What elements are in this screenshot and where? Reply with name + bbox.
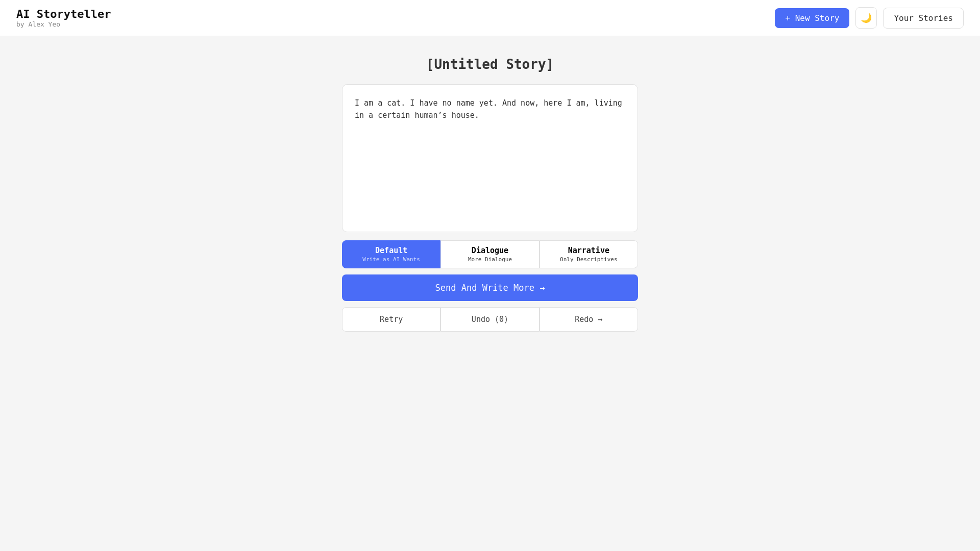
app-subtitle: by Alex Yeo bbox=[16, 20, 111, 28]
mode-narrative-title: Narrative bbox=[568, 246, 609, 255]
redo-label: Redo → bbox=[575, 315, 602, 324]
app-title: AI Storyteller bbox=[16, 8, 111, 20]
mode-dialogue-title: Dialogue bbox=[472, 246, 508, 255]
undo-label: Undo (0) bbox=[472, 315, 508, 324]
new-story-button[interactable]: + New Story bbox=[775, 8, 849, 28]
mode-default-title: Default bbox=[375, 246, 407, 255]
redo-button[interactable]: Redo → bbox=[540, 307, 638, 332]
story-editor[interactable]: I am a cat. I have no name yet. And now,… bbox=[342, 84, 638, 232]
mode-dialogue-button[interactable]: Dialogue More Dialogue bbox=[440, 240, 539, 268]
mode-narrative-subtitle: Only Descriptives bbox=[560, 256, 618, 263]
dark-mode-button[interactable]: 🌙 bbox=[855, 7, 877, 29]
undo-button[interactable]: Undo (0) bbox=[440, 307, 539, 332]
mode-narrative-button[interactable]: Narrative Only Descriptives bbox=[540, 240, 638, 268]
your-stories-button[interactable]: Your Stories bbox=[883, 8, 964, 29]
header-actions: + New Story 🌙 Your Stories bbox=[775, 7, 964, 29]
main-content: [Untitled Story] I am a cat. I have no n… bbox=[0, 36, 980, 352]
send-write-button[interactable]: Send And Write More → bbox=[342, 274, 638, 301]
moon-icon: 🌙 bbox=[861, 12, 872, 23]
story-title: [Untitled Story] bbox=[426, 57, 554, 72]
app-header: AI Storyteller by Alex Yeo + New Story 🌙… bbox=[0, 0, 980, 36]
mode-dialogue-subtitle: More Dialogue bbox=[468, 256, 512, 263]
action-buttons: Retry Undo (0) Redo → bbox=[342, 307, 638, 332]
retry-label: Retry bbox=[380, 315, 403, 324]
mode-selector: Default Write as AI Wants Dialogue More … bbox=[342, 240, 638, 268]
retry-button[interactable]: Retry bbox=[342, 307, 440, 332]
story-text: I am a cat. I have no name yet. And now,… bbox=[355, 97, 625, 121]
brand: AI Storyteller by Alex Yeo bbox=[16, 8, 111, 28]
mode-default-subtitle: Write as AI Wants bbox=[362, 256, 420, 263]
mode-default-button[interactable]: Default Write as AI Wants bbox=[342, 240, 440, 268]
